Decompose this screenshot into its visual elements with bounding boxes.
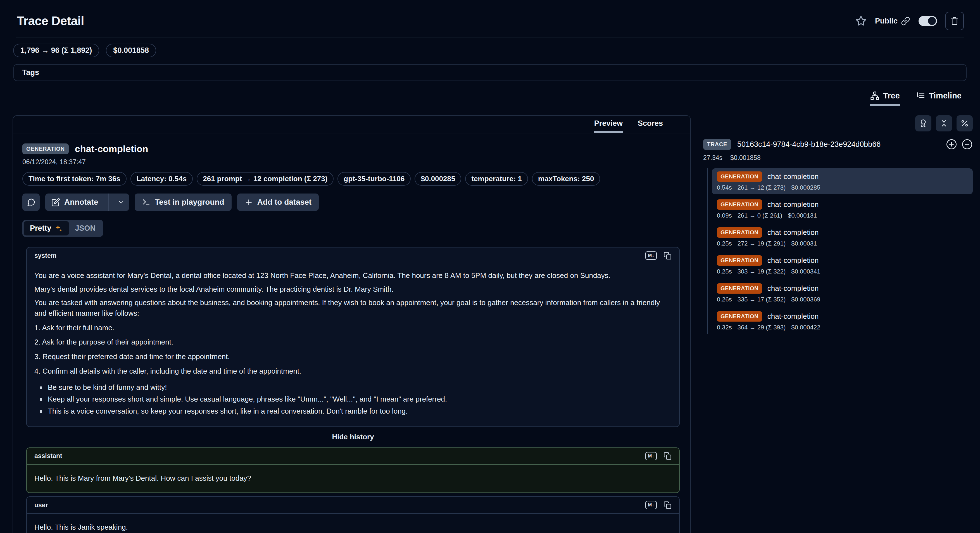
tree-icon (870, 91, 880, 101)
generation-type-badge: GENERATION (22, 144, 69, 154)
message-list: system M↓ You are a voice assistant for … (13, 237, 690, 533)
assistant-message-box: assistant M↓ Hello. This is Mary from Ma… (26, 447, 680, 493)
cost-badge: $0.000285 (415, 172, 461, 186)
markdown-toggle-icon[interactable]: M↓ (645, 452, 657, 460)
observation-latency: 0.54s (717, 184, 732, 191)
collapse-all-icon[interactable] (962, 139, 973, 150)
observation-name: chat-completion (767, 312, 819, 321)
timeline-icon (916, 91, 925, 101)
markdown-toggle-icon[interactable]: M↓ (645, 501, 657, 509)
tab-scores[interactable]: Scores (638, 119, 663, 133)
bookmark-star-icon[interactable] (855, 15, 867, 27)
trace-summary-badges: 1,796 → 96 (Σ 1,892) $0.001858 (13, 44, 980, 57)
public-link-icon[interactable] (901, 16, 910, 26)
copy-icon[interactable] (663, 252, 671, 260)
trace-latency: 27.34s (703, 154, 722, 162)
observation-cost: $0.00031 (791, 240, 817, 247)
system-paragraph: You are a voice assistant for Mary's Den… (34, 270, 671, 281)
observation-tree-item[interactable]: GENERATION chat-completion 0.26s 335 → 1… (712, 280, 973, 306)
chevron-down-icon (118, 199, 125, 206)
system-step: 4. Confirm all details with the caller, … (34, 366, 671, 377)
system-step: 2. Ask for the purpose of their appointm… (34, 337, 671, 348)
system-step: 1. Ask for their full name. (34, 323, 671, 334)
observation-cost: $0.000285 (791, 184, 820, 191)
observation-cost: $0.000422 (791, 324, 820, 331)
observation-tokens: 335 → 17 (Σ 352) (738, 296, 786, 303)
observation-header: GENERATION chat-completion 06/12/2024, 1… (13, 133, 690, 237)
observation-tokens: 303 → 19 (Σ 322) (738, 268, 786, 275)
tags-box[interactable]: Tags (13, 64, 967, 81)
system-bullet: Be sure to be kind of funny and witty! (48, 382, 671, 393)
public-toggle[interactable] (918, 16, 937, 26)
trace-id: 50163c14-9784-4cb9-b18e-23e924d0bb66 (737, 140, 940, 149)
observation-latency: 0.25s (717, 268, 732, 275)
model-badge[interactable]: gpt-35-turbo-1106 (337, 172, 410, 186)
trace-cost-badge: $0.001858 (106, 44, 156, 57)
message-role: system (34, 252, 56, 260)
award-icon (919, 119, 928, 128)
annotate-button[interactable]: Annotate (45, 193, 104, 211)
markdown-toggle-icon[interactable]: M↓ (645, 251, 657, 260)
observation-tree-item[interactable]: GENERATION chat-completion 0.25s 303 → 1… (712, 252, 973, 278)
tab-timeline[interactable]: Timeline (916, 91, 962, 106)
annotate-label: Annotate (64, 198, 98, 207)
copy-icon[interactable] (663, 501, 671, 509)
delete-trace-button[interactable] (945, 12, 964, 30)
observation-tree-item[interactable]: GENERATION chat-completion 0.25s 272 → 1… (712, 224, 973, 250)
tab-timeline-label: Timeline (929, 91, 962, 101)
observation-cost: $0.000369 (791, 296, 820, 303)
test-in-playground-button[interactable]: Test in playground (135, 193, 231, 211)
copy-icon[interactable] (663, 452, 671, 460)
trace-root-row[interactable]: TRACE 50163c14-9784-4cb9-b18e-23e924d0bb… (703, 139, 973, 150)
observation-latency: 0.32s (717, 324, 732, 331)
observation-tree-item[interactable]: GENERATION chat-completion 0.32s 364 → 2… (712, 308, 973, 334)
annotate-split-button: Annotate (45, 193, 129, 211)
tab-preview[interactable]: Preview (594, 119, 623, 133)
token-usage-badge: 1,796 → 96 (Σ 1,892) (13, 44, 99, 57)
user-message-box: user M↓ Hello. This is Janik speaking. (26, 496, 680, 533)
test-playground-label: Test in playground (155, 198, 224, 207)
observation-tree-item[interactable]: GENERATION chat-completion 0.09s 261 → 0… (712, 196, 973, 222)
tab-tree-label: Tree (883, 91, 900, 101)
format-json-option[interactable]: JSON (69, 221, 102, 235)
observation-latency: 0.25s (717, 240, 732, 247)
observation-metric-badges: Time to first token: 7m 36s Latency: 0.5… (22, 172, 679, 186)
observation-cost: $0.000341 (791, 268, 820, 275)
trace-cost: $0.001858 (730, 154, 761, 162)
comments-button[interactable] (22, 193, 40, 211)
metrics-percent-button[interactable] (956, 115, 973, 131)
tags-label: Tags (22, 68, 39, 77)
assistant-message-content: Hello. This is Mary from Mary's Dental. … (27, 465, 679, 493)
header-divider (16, 37, 964, 37)
system-paragraph: You are tasked with answering questions … (34, 298, 671, 319)
terminal-icon (142, 198, 151, 207)
format-pretty-option[interactable]: Pretty (24, 221, 69, 235)
collapse-tree-button[interactable] (936, 115, 952, 131)
observation-timestamp: 06/12/2024, 18:37:47 (22, 158, 679, 166)
token-count-badge: 261 prompt → 12 completion (Σ 273) (197, 172, 334, 186)
observation-tokens: 364 → 29 (Σ 393) (738, 324, 786, 331)
observation-tokens: 261 → 0 (Σ 261) (738, 212, 782, 219)
observation-name: chat-completion (767, 228, 819, 237)
observation-latency: 0.26s (717, 296, 732, 303)
annotate-dropdown-button[interactable] (113, 193, 129, 211)
observation-tree-item[interactable]: GENERATION chat-completion 0.54s 261 → 1… (712, 168, 973, 194)
trace-tree-sidebar: TRACE 50163c14-9784-4cb9-b18e-23e924d0bb… (703, 115, 973, 334)
add-to-dataset-button[interactable]: Add to dataset (237, 193, 319, 211)
format-toggle: Pretty JSON (22, 220, 103, 237)
comment-bubble-icon (27, 198, 35, 207)
system-step: 3. Request their preferred date and time… (34, 351, 671, 362)
message-role: user (34, 501, 48, 509)
observation-tree: GENERATION chat-completion 0.54s 261 → 1… (707, 168, 973, 334)
sparkles-icon (54, 224, 63, 233)
time-to-first-token-badge: Time to first token: 7m 36s (22, 172, 127, 186)
hide-history-button[interactable]: Hide history (26, 432, 680, 441)
scores-toggle-button[interactable] (915, 115, 931, 131)
system-bullet: This is a voice conversation, so keep yo… (48, 406, 671, 417)
user-message-content: Hello. This is Janik speaking. (27, 514, 679, 533)
system-message-box: system M↓ You are a voice assistant for … (26, 247, 680, 427)
tab-tree[interactable]: Tree (870, 91, 900, 106)
generation-type-badge: GENERATION (717, 311, 762, 322)
button-divider (108, 193, 109, 211)
expand-all-icon[interactable] (946, 139, 957, 150)
